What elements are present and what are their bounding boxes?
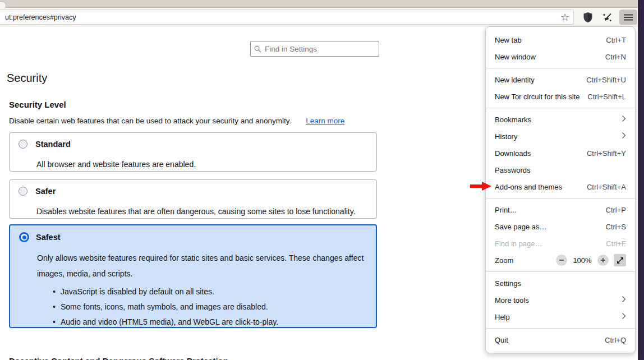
menu-item-shortcut: Ctrl+Shift+U — [586, 76, 626, 84]
menu-separator — [486, 271, 635, 272]
menu-item-new-window[interactable]: New windowCtrl+N — [486, 48, 635, 65]
app-menu-panel: New tabCtrl+TNew windowCtrl+NNew identit… — [485, 26, 636, 353]
option-description: All browser and website features are ena… — [36, 156, 365, 172]
menu-separator — [486, 108, 635, 108]
option-description: Disables website features that are often… — [36, 204, 365, 219]
zoom-value: 100% — [572, 256, 592, 265]
option-label: Safest — [36, 233, 61, 242]
shield-icon — [583, 12, 593, 23]
menu-item-shortcut: Ctrl+T — [606, 36, 626, 44]
menu-item-label: New identity — [495, 76, 535, 84]
radio-standard[interactable] — [19, 140, 27, 149]
chevron-right-icon — [622, 132, 626, 139]
menu-item-shortcut: Ctrl+Shift+Y — [587, 149, 626, 158]
menu-item-label: Downloads — [495, 149, 531, 158]
menu-item-label: Add-ons and themes — [495, 183, 562, 191]
option-bullet: Audio and video (HTML5 media), and WebGL… — [53, 315, 367, 330]
page-title: Security — [7, 72, 47, 85]
option-card-safest[interactable]: SafestOnly allows website features requi… — [9, 224, 377, 328]
menu-item-label: Find in page… — [495, 239, 542, 248]
next-section-title: Deceptive Content and Dangerous Software… — [9, 356, 228, 360]
menu-item-label: Save page as… — [495, 223, 547, 231]
menu-item-label: Settings — [495, 279, 521, 288]
hamburger-icon — [624, 14, 633, 21]
navigation-toolbar: ut:preferences#privacy ☆ — [0, 8, 638, 26]
section-title: Security Level — [9, 100, 66, 109]
menu-item-zoom[interactable]: Zoom100% — [486, 252, 635, 269]
menu-item-label: Help — [495, 313, 510, 321]
fullscreen-button[interactable] — [614, 254, 626, 266]
browser-window: ut:preferences#privacy ☆ — [0, 0, 644, 360]
search-input[interactable] — [265, 45, 375, 53]
plus-icon — [600, 257, 606, 263]
menu-item-settings[interactable]: Settings — [486, 275, 635, 292]
menu-item-history[interactable]: History — [486, 128, 635, 145]
menu-item-label: Passwords — [495, 166, 531, 174]
option-description: Only allows website features required fo… — [37, 250, 366, 281]
menu-item-shortcut: Ctrl+Shift+A — [587, 183, 626, 191]
menu-item-label: More tools — [495, 296, 529, 304]
menu-item-label: Zoom — [495, 256, 513, 265]
section-description: Disable certain web features that can be… — [9, 117, 291, 125]
option-label: Safer — [35, 187, 56, 196]
security-level-button[interactable] — [579, 10, 596, 25]
menu-item-shortcut: Ctrl+F — [606, 239, 626, 248]
menu-separator — [486, 198, 635, 199]
menu-item-shortcut: Ctrl+Q — [605, 336, 626, 344]
menu-item-bookmarks[interactable]: Bookmarks — [486, 111, 635, 128]
menu-item-more-tools[interactable]: More tools — [486, 292, 635, 308]
app-menu-button[interactable] — [619, 10, 637, 25]
menu-item-new-tab[interactable]: New tabCtrl+T — [486, 31, 635, 48]
submenu-chevron — [622, 132, 626, 141]
menu-item-quit[interactable]: QuitCtrl+Q — [486, 331, 635, 348]
menu-item-passwords[interactable]: Passwords — [486, 161, 635, 178]
menu-item-help[interactable]: Help — [486, 308, 635, 325]
menu-item-shortcut: Ctrl+S — [606, 223, 626, 231]
annotation-arrow — [470, 182, 491, 191]
zoom-out-button[interactable] — [556, 255, 567, 266]
option-card-standard[interactable]: StandardAll browser and website features… — [9, 132, 377, 172]
menu-item-shortcut: Ctrl+Shift+L — [587, 93, 626, 101]
menu-item-label: New window — [495, 53, 536, 61]
menu-item-add-ons-and-themes[interactable]: Add-ons and themesCtrl+Shift+A — [486, 178, 635, 195]
radio-safest[interactable] — [19, 232, 29, 242]
bookmark-star-icon[interactable]: ☆ — [556, 11, 573, 24]
settings-search[interactable] — [250, 41, 379, 57]
menu-item-label: New tab — [495, 36, 522, 44]
menu-item-label: Quit — [495, 336, 508, 344]
menu-item-label: Bookmarks — [495, 116, 531, 124]
url-bar[interactable]: ut:preferences#privacy ☆ — [0, 10, 574, 25]
chevron-right-icon — [622, 312, 626, 320]
menu-item-find-in-page: Find in page…Ctrl+F — [486, 235, 635, 252]
submenu-chevron — [622, 312, 626, 321]
submenu-chevron — [622, 296, 626, 304]
zoom-in-button[interactable] — [597, 255, 609, 266]
menu-item-shortcut: Ctrl+P — [606, 206, 626, 214]
zoom-controls: 100% — [556, 254, 626, 266]
menu-item-new-tor-circuit-for-this-site[interactable]: New Tor circuit for this siteCtrl+Shift+… — [486, 88, 635, 105]
menu-item-save-page-as[interactable]: Save page as…Ctrl+S — [486, 218, 635, 235]
search-icon — [254, 45, 261, 53]
submenu-chevron — [622, 115, 626, 124]
menu-item-shortcut: Ctrl+N — [605, 53, 626, 61]
desktop-edge — [638, 0, 644, 360]
menu-item-downloads[interactable]: DownloadsCtrl+Shift+Y — [486, 145, 635, 161]
radio-safer[interactable] — [19, 187, 27, 196]
option-label: Standard — [35, 140, 71, 149]
browser-tab[interactable] — [0, 2, 6, 8]
menu-separator — [486, 68, 635, 68]
chevron-right-icon — [622, 296, 626, 303]
menu-item-label: Print… — [495, 206, 517, 214]
broom-icon — [602, 12, 613, 23]
menu-item-label: History — [495, 132, 517, 141]
fullscreen-icon — [617, 257, 624, 264]
menu-item-new-identity[interactable]: New identityCtrl+Shift+U — [486, 71, 635, 88]
option-card-safer[interactable]: SaferDisables website features that are … — [9, 179, 377, 219]
menu-separator — [486, 328, 635, 329]
learn-more-link[interactable]: Learn more — [306, 117, 344, 125]
menu-item-print[interactable]: Print…Ctrl+P — [486, 201, 635, 218]
minus-icon — [559, 257, 564, 263]
url-text[interactable]: ut:preferences#privacy — [0, 13, 556, 21]
new-identity-button[interactable] — [599, 10, 616, 25]
option-bullet: JavaScript is disabled by default on all… — [53, 284, 367, 299]
